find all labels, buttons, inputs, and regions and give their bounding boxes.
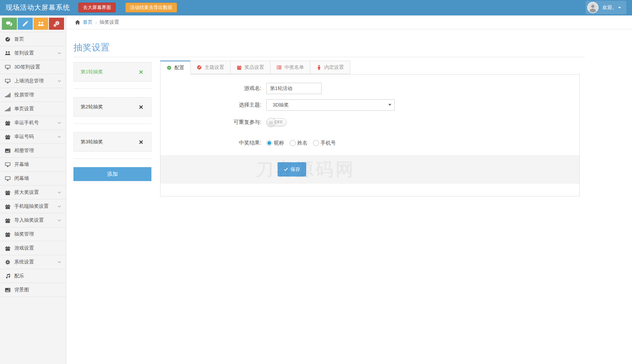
sidebar: 首页签到设置3D签到设置上墙消息管理投票管理单页设置幸运手机号幸运号码相册管理开… [0,15,66,364]
radio-label: 手机号 [321,140,336,146]
tab-preset-settings[interactable]: 内定设置 [310,61,350,74]
round-label: 第2轮抽奖 [74,104,139,110]
sidebar-item-opening-wall[interactable]: 开幕墙 [0,158,66,172]
round-item[interactable]: 第1轮抽奖 [73,62,151,82]
quick-buttons [0,15,66,32]
gears-icon [53,21,60,27]
sidebar-item-label: 游戏设置 [14,245,34,251]
game-name-input[interactable] [266,83,322,94]
sidebar-item-closing-wall[interactable]: 闭幕墙 [0,172,66,186]
gift-icon [5,245,11,251]
toggle-state: OFF [275,120,283,124]
monitor-icon [5,64,11,70]
gift-icon [5,190,11,195]
user-menu[interactable]: 欢迎, [586,1,626,14]
tab-config[interactable]: 配置 [160,61,191,75]
repeat-toggle[interactable]: OFF [266,118,287,126]
sidebar-item-vote-management[interactable]: 投票管理 [0,88,66,102]
quick-button-users[interactable] [34,18,49,30]
pencil-icon [22,21,28,27]
tab-content: 游戏名: 选择主题: 3D抽奖 可重复参与: [160,75,580,196]
sidebar-item-system-settings[interactable]: 系统设置 [0,255,66,269]
quick-button-comments[interactable] [2,18,17,30]
round-label: 第3轮抽奖 [74,139,139,145]
radio-label: 昵称 [274,140,284,146]
signal-icon [5,92,11,98]
tab-winner-list[interactable]: 中奖名单 [270,61,310,74]
quick-button-edit[interactable] [18,18,33,30]
go-big-screen-button[interactable]: 去大屏幕界面 [78,3,116,12]
radio-icon[interactable] [313,140,319,146]
avatar[interactable] [587,2,598,13]
comments-icon [6,21,12,27]
sidebar-item-label: 抽奖管理 [14,231,34,238]
sidebar-item-label: 开幕墙 [14,161,29,168]
sidebar-item-lucky-number[interactable]: 幸运号码 [0,130,66,144]
export-data-button[interactable]: 活动结束去导出数据 [125,3,177,12]
gift-icon [237,65,242,70]
gear-icon [5,259,11,265]
sidebar-item-lucky-phone-number[interactable]: 幸运手机号 [0,116,66,130]
gift-icon [5,218,11,223]
add-round-button[interactable]: 添加 [73,167,151,181]
sidebar-item-import-lottery-settings[interactable]: 导入抽奖设置 [0,213,66,227]
chevron-down-icon [57,218,61,222]
radio-icon[interactable] [290,140,296,146]
sidebar-item-lottery-management[interactable]: 抽奖管理 [0,227,66,241]
monitor-icon [5,78,11,84]
sidebar-item-wall-message-management[interactable]: 上墙消息管理 [0,74,66,88]
radio-label: 姓名 [297,140,307,146]
sidebar-item-label: 摇大奖设置 [14,189,39,196]
users-icon [5,50,11,56]
sidebar-item-background-image[interactable]: 背景图 [0,283,66,297]
tab-label: 配置 [174,64,184,71]
sidebar-item-mobile-lottery-settings[interactable]: 手机端抽奖设置 [0,200,66,213]
round-item[interactable]: 第3轮抽奖 [73,132,151,152]
chevron-down-icon [57,204,61,209]
sidebar-item-home[interactable]: 首页 [0,32,66,46]
rounds-column: 第1轮抽奖第2轮抽奖第3轮抽奖 添加 [73,61,151,196]
sidebar-item-shake-prize-settings[interactable]: 摇大奖设置 [0,186,66,200]
tab-label: 奖品设置 [244,64,264,71]
radio-icon[interactable] [266,140,272,146]
tab-theme-settings[interactable]: 主题设置 [191,61,231,74]
breadcrumb-home-link[interactable]: 首页 [83,19,93,26]
round-item[interactable]: 第2轮抽奖 [73,97,151,117]
sidebar-item-album-management[interactable]: 相册管理 [0,144,66,158]
sidebar-item-music[interactable]: 配乐 [0,269,66,283]
top-header: 现场活动大屏幕系统 去大屏幕界面 活动结束去导出数据 欢迎, [0,0,632,15]
close-icon[interactable] [139,140,143,145]
quick-button-settings[interactable] [49,18,64,30]
divider [73,158,151,159]
close-icon[interactable] [139,105,143,110]
sidebar-item-game-settings[interactable]: 游戏设置 [0,241,66,255]
close-icon[interactable] [139,70,143,75]
sidebar-item-3d-signin-settings[interactable]: 3D签到设置 [0,60,66,74]
check-icon [284,167,288,172]
tab-prize-settings[interactable]: 奖品设置 [231,61,270,74]
sidebar-item-label: 相册管理 [14,147,34,154]
breadcrumb-separator: › [95,20,97,25]
sidebar-item-label: 幸运手机号 [14,119,39,126]
settings-panel: 配置主题设置奖品设置中奖名单内定设置 游戏名: 选择主题: 3D抽奖 [160,61,580,196]
list-icon [276,65,282,70]
sidebar-item-single-page-settings[interactable]: 单页设置 [0,102,66,116]
sidebar-item-signin-settings[interactable]: 签到设置 [0,46,66,60]
image-icon [5,148,11,154]
breadcrumb-current: 抽奖设置 [99,19,119,26]
repeat-label: 可重复参与: [160,119,266,126]
result-radio-option[interactable]: 手机号 [313,140,336,146]
save-button[interactable]: 保存 [278,162,306,177]
app-window: 现场活动大屏幕系统 去大屏幕界面 活动结束去导出数据 欢迎, 首页签到设置3D签… [0,0,632,364]
result-radio-option[interactable]: 昵称 [266,140,284,146]
sidebar-item-label: 上墙消息管理 [14,78,44,84]
users-icon [38,21,44,27]
game-name-label: 游戏名: [160,85,266,92]
theme-select[interactable]: 3D抽奖 [266,99,395,111]
sidebar-item-label: 投票管理 [14,91,34,98]
sidebar-item-label: 背景图 [14,286,29,293]
chevron-down-icon [57,79,61,83]
caret-down-icon [388,104,391,106]
tab-label: 主题设置 [205,64,224,71]
result-radio-option[interactable]: 姓名 [290,140,307,146]
